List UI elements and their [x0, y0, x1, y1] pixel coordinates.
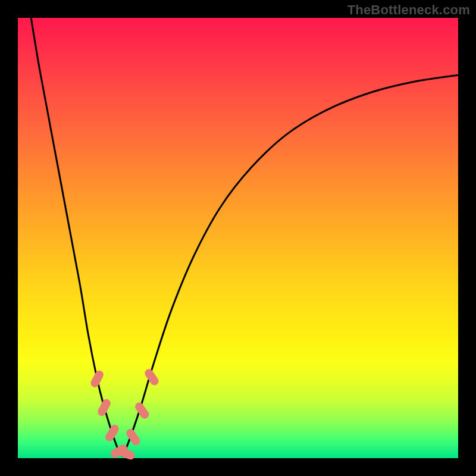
marker-dash	[143, 368, 161, 387]
chart-svg	[18, 18, 458, 458]
chart-frame: TheBottleneck.com	[0, 0, 476, 476]
curve-path	[31, 18, 458, 456]
bottleneck-curve	[31, 18, 458, 456]
marker-dash	[96, 397, 112, 417]
marker-dash	[89, 369, 105, 389]
marker-dash	[133, 401, 151, 421]
marker-group	[89, 368, 160, 461]
watermark-text: TheBottleneck.com	[347, 2, 470, 18]
plot-area	[18, 18, 458, 458]
marker-dash	[104, 423, 120, 443]
